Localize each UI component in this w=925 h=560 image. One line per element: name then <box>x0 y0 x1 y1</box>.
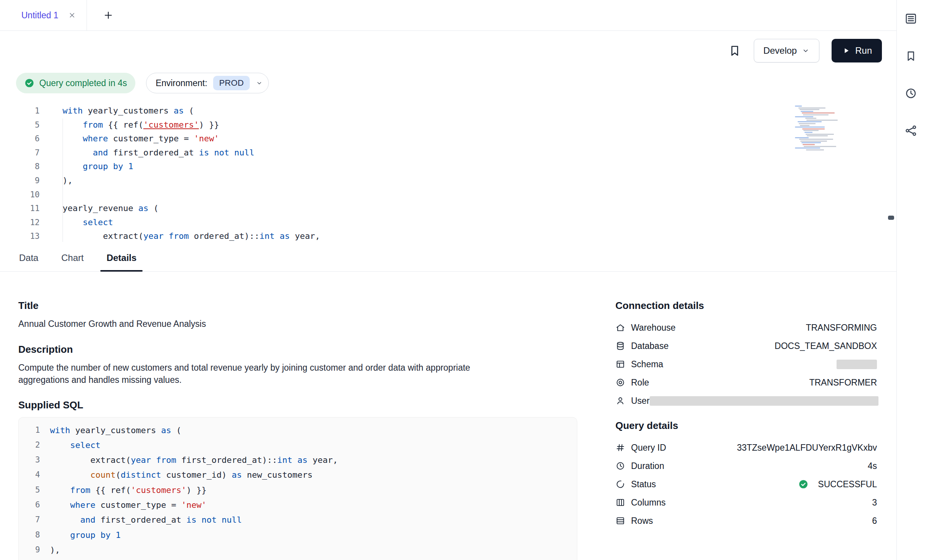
environment-value-badge: PROD <box>213 76 250 90</box>
line-number: 9 <box>0 174 40 188</box>
tab-chart[interactable]: Chart <box>55 244 90 271</box>
description-heading: Description <box>18 344 577 355</box>
supplied-sql-line: 1with yearly_customers as ( <box>19 423 577 438</box>
detail-label: Duration <box>631 461 664 471</box>
code-text: extract(year from first_ordered_at)::int… <box>40 453 338 467</box>
detail-value: TRANSFORMING <box>806 323 877 333</box>
code-text: group by 1 <box>40 160 133 174</box>
query-details-heading: Query details <box>615 420 877 432</box>
code-text: ), <box>40 542 60 557</box>
outline-button[interactable] <box>904 11 918 26</box>
database-icon <box>615 341 625 351</box>
right-rail <box>896 0 925 560</box>
develop-button[interactable]: Develop <box>754 39 819 62</box>
run-button[interactable]: Run <box>832 39 882 62</box>
details-right-column: Connection details WarehouseTRANSFORMING… <box>615 300 877 560</box>
editor-line: 9), <box>0 174 896 188</box>
detail-label: Schema <box>631 359 663 370</box>
code-text <box>40 188 63 202</box>
code-text: select <box>40 216 113 230</box>
query-row: Query ID33TZseWpe1ALFDUYerxR1gVKxbv <box>615 438 877 457</box>
result-tabbar: DataChartDetails <box>0 244 896 272</box>
spinner-icon <box>615 479 625 489</box>
editor-line: 5 from {{ ref('customers') }} <box>0 118 896 132</box>
supplied-sql-line: 5 from {{ ref('customers') }} <box>19 483 577 498</box>
supplied-sql-line: 4 count(distinct customer_id) as new_cus… <box>19 467 577 482</box>
connection-rows: WarehouseTRANSFORMINGDatabaseDOCS_TEAM_S… <box>615 318 877 410</box>
tab-label: Untitled 1 <box>21 10 58 21</box>
query-status-text: Query completed in 4s <box>39 78 127 88</box>
line-number: 11 <box>0 202 40 216</box>
app-window: Untitled 1 Develop Run Query completed i… <box>0 0 925 560</box>
detail-value: DOCS_TEAM_SANDBOX <box>775 341 877 351</box>
line-number: 10 <box>19 557 40 560</box>
code-text: yearly_revenue as ( <box>40 202 159 216</box>
history-button[interactable] <box>904 86 918 101</box>
detail-label: Role <box>631 378 649 388</box>
line-number: 10 <box>0 188 40 202</box>
detail-label: Rows <box>631 516 653 526</box>
supplied-sql-lines: 1with yearly_customers as (2 select3 ext… <box>19 423 577 560</box>
line-number: 5 <box>19 483 40 498</box>
redacted-value <box>650 396 878 406</box>
hash-icon <box>615 443 625 453</box>
detail-value <box>650 396 878 406</box>
code-text: count(distinct customer_id) as new_custo… <box>40 467 313 482</box>
tab-data[interactable]: Data <box>13 244 45 271</box>
editor-line: 12 select <box>0 216 896 230</box>
lineage-button[interactable] <box>904 123 918 138</box>
tab-untitled-1[interactable]: Untitled 1 <box>0 0 87 30</box>
details-pane: Title Annual Customer Growth and Revenue… <box>0 272 896 560</box>
new-tab-button[interactable] <box>103 0 114 30</box>
query-status-pill: Query completed in 4s <box>16 73 135 93</box>
detail-value: 6 <box>872 516 877 526</box>
title-heading: Title <box>18 300 577 312</box>
editor-line: 7 and first_ordered_at is not null <box>0 146 896 160</box>
tab-details[interactable]: Details <box>100 244 143 271</box>
query-row: Duration4s <box>615 457 877 475</box>
editor-code-lines: 1with yearly_customers as (5 from {{ ref… <box>0 104 896 243</box>
detail-label: Warehouse <box>631 323 676 333</box>
lineage-icon <box>904 124 917 137</box>
clock-icon <box>615 461 625 471</box>
line-number: 5 <box>0 118 40 132</box>
code-text: with yearly_customers as ( <box>40 423 181 438</box>
detail-value: 4s <box>868 461 877 471</box>
scrollbar-thumb[interactable] <box>888 216 894 220</box>
bookmark-button[interactable] <box>904 49 918 63</box>
editor-line: 13 extract(year from ordered_at)::int as… <box>0 229 896 243</box>
supplied-sql-line: 7 and first_ordered_at is not null <box>19 512 577 527</box>
toolbar-bookmark-button[interactable] <box>728 44 742 58</box>
supplied-sql-block: 1with yearly_customers as (2 select3 ext… <box>18 417 577 560</box>
outline-icon <box>904 12 917 25</box>
query-row: Columns3 <box>615 493 877 512</box>
status-row: Query completed in 4s Environment: PROD <box>0 70 896 96</box>
detail-label: Database <box>631 341 668 351</box>
line-number: 3 <box>19 453 40 467</box>
detail-label: Status <box>631 479 656 490</box>
code-text: and first_ordered_at is not null <box>40 512 242 527</box>
query-row: Rows6 <box>615 512 877 530</box>
code-editor[interactable]: 1with yearly_customers as (5 from {{ ref… <box>0 96 896 244</box>
connection-row: WarehouseTRANSFORMING <box>615 318 877 337</box>
line-number: 7 <box>19 512 40 527</box>
redacted-value <box>837 360 877 369</box>
connection-row: RoleTRANSFORMER <box>615 373 877 392</box>
supplied-sql-line: 9), <box>19 542 577 557</box>
environment-selector[interactable]: Environment: PROD <box>146 73 269 93</box>
close-icon[interactable] <box>68 11 76 19</box>
editor-line: 8 group by 1 <box>0 160 896 174</box>
line-number: 13 <box>0 229 40 243</box>
title-value: Annual Customer Growth and Revenue Analy… <box>18 318 522 330</box>
line-number: 9 <box>19 542 40 557</box>
play-icon <box>841 46 851 55</box>
description-value: Compute the number of new customers and … <box>18 362 522 386</box>
detail-label: Columns <box>631 498 666 508</box>
minimap[interactable] <box>795 106 839 151</box>
code-text: from {{ ref('customers') }} <box>40 118 219 132</box>
code-text: and first_ordered_at is not null <box>40 146 254 160</box>
line-number: 4 <box>19 467 40 482</box>
develop-button-label: Develop <box>763 45 797 56</box>
code-text: select <box>40 438 100 453</box>
detail-label: User <box>631 396 650 406</box>
